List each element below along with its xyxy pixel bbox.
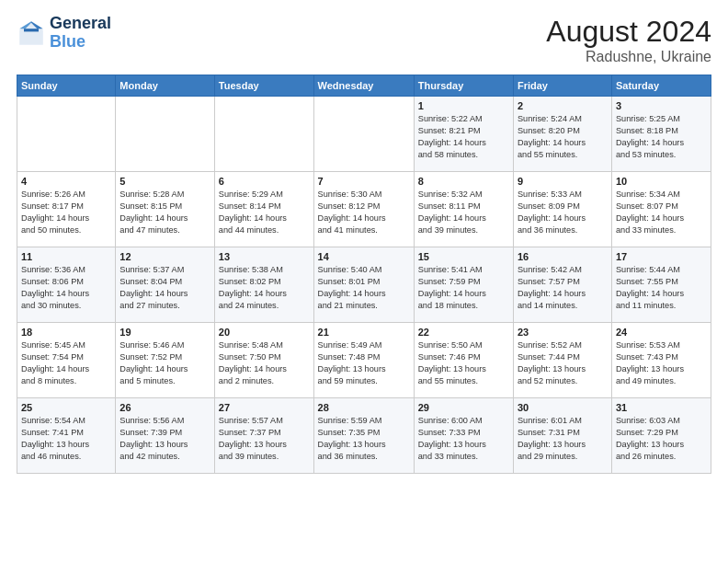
- day-number: 11: [21, 251, 111, 262]
- day-number: 25: [21, 402, 111, 413]
- day-info: Sunrise: 5:42 AM Sunset: 7:57 PM Dayligh…: [518, 264, 608, 312]
- day-info: Sunrise: 5:28 AM Sunset: 8:15 PM Dayligh…: [119, 189, 210, 236]
- calendar-week-row: 25Sunrise: 5:54 AM Sunset: 7:41 PM Dayli…: [17, 398, 711, 474]
- logo-text: General Blue: [50, 15, 111, 52]
- table-row: 6Sunrise: 5:29 AM Sunset: 8:14 PM Daylig…: [214, 172, 313, 247]
- table-row: 23Sunrise: 5:52 AM Sunset: 7:44 PM Dayli…: [513, 323, 611, 398]
- day-info: Sunrise: 6:01 AM Sunset: 7:31 PM Dayligh…: [518, 415, 608, 463]
- table-row: 9Sunrise: 5:33 AM Sunset: 8:09 PM Daylig…: [513, 172, 611, 247]
- logo-icon: [17, 18, 46, 48]
- day-info: Sunrise: 5:24 AM Sunset: 8:20 PM Dayligh…: [518, 113, 608, 161]
- day-info: Sunrise: 5:49 AM Sunset: 7:48 PM Dayligh…: [318, 339, 410, 387]
- calendar-week-row: 4Sunrise: 5:26 AM Sunset: 8:17 PM Daylig…: [17, 172, 711, 247]
- table-row: 22Sunrise: 5:50 AM Sunset: 7:46 PM Dayli…: [414, 323, 513, 398]
- table-row: 18Sunrise: 5:45 AM Sunset: 7:54 PM Dayli…: [17, 323, 116, 398]
- table-row: 3Sunrise: 5:25 AM Sunset: 8:18 PM Daylig…: [611, 97, 711, 172]
- svg-rect-3: [24, 29, 39, 31]
- day-number: 30: [518, 402, 608, 413]
- table-row: 1Sunrise: 5:22 AM Sunset: 8:21 PM Daylig…: [414, 97, 513, 172]
- day-number: 10: [616, 176, 707, 187]
- day-number: 15: [418, 251, 509, 262]
- day-number: 28: [318, 402, 410, 413]
- calendar-week-row: 11Sunrise: 5:36 AM Sunset: 8:06 PM Dayli…: [17, 247, 711, 323]
- day-number: 21: [318, 327, 410, 338]
- col-tuesday: Tuesday: [214, 75, 313, 97]
- table-row: 24Sunrise: 5:53 AM Sunset: 7:43 PM Dayli…: [611, 323, 711, 398]
- day-info: Sunrise: 5:54 AM Sunset: 7:41 PM Dayligh…: [21, 415, 111, 463]
- day-info: Sunrise: 5:46 AM Sunset: 7:52 PM Dayligh…: [119, 339, 210, 387]
- day-number: 7: [318, 176, 410, 187]
- table-row: 10Sunrise: 5:34 AM Sunset: 8:07 PM Dayli…: [611, 172, 711, 247]
- table-row: 31Sunrise: 6:03 AM Sunset: 7:29 PM Dayli…: [611, 398, 711, 474]
- day-number: 18: [21, 327, 111, 338]
- calendar-week-row: 1Sunrise: 5:22 AM Sunset: 8:21 PM Daylig…: [17, 97, 711, 172]
- day-number: 17: [616, 251, 707, 262]
- table-row: 12Sunrise: 5:37 AM Sunset: 8:04 PM Dayli…: [116, 247, 215, 323]
- day-number: 3: [616, 100, 707, 111]
- day-info: Sunrise: 5:59 AM Sunset: 7:35 PM Dayligh…: [318, 415, 410, 463]
- table-row: 2Sunrise: 5:24 AM Sunset: 8:20 PM Daylig…: [513, 97, 611, 172]
- table-row: 30Sunrise: 6:01 AM Sunset: 7:31 PM Dayli…: [513, 398, 611, 474]
- location: Radushne, Ukraine: [546, 49, 711, 65]
- day-info: Sunrise: 5:30 AM Sunset: 8:12 PM Dayligh…: [318, 189, 410, 236]
- day-info: Sunrise: 5:29 AM Sunset: 8:14 PM Dayligh…: [219, 189, 310, 236]
- day-number: 13: [219, 251, 310, 262]
- day-info: Sunrise: 5:48 AM Sunset: 7:50 PM Dayligh…: [219, 339, 310, 387]
- col-monday: Monday: [116, 75, 215, 97]
- day-info: Sunrise: 5:34 AM Sunset: 8:07 PM Dayligh…: [616, 189, 707, 236]
- day-info: Sunrise: 5:22 AM Sunset: 8:21 PM Dayligh…: [418, 113, 509, 161]
- logo: General Blue: [17, 15, 111, 52]
- day-info: Sunrise: 5:56 AM Sunset: 7:39 PM Dayligh…: [119, 415, 210, 463]
- table-row: 11Sunrise: 5:36 AM Sunset: 8:06 PM Dayli…: [17, 247, 116, 323]
- day-info: Sunrise: 5:41 AM Sunset: 7:59 PM Dayligh…: [418, 264, 509, 312]
- day-number: 22: [418, 327, 509, 338]
- day-info: Sunrise: 5:53 AM Sunset: 7:43 PM Dayligh…: [616, 339, 707, 387]
- table-row: 21Sunrise: 5:49 AM Sunset: 7:48 PM Dayli…: [313, 323, 414, 398]
- col-wednesday: Wednesday: [313, 75, 414, 97]
- day-info: Sunrise: 5:45 AM Sunset: 7:54 PM Dayligh…: [21, 339, 111, 387]
- col-saturday: Saturday: [611, 75, 711, 97]
- day-number: 16: [518, 251, 608, 262]
- table-row: 29Sunrise: 6:00 AM Sunset: 7:33 PM Dayli…: [414, 398, 513, 474]
- table-row: 27Sunrise: 5:57 AM Sunset: 7:37 PM Dayli…: [214, 398, 313, 474]
- day-info: Sunrise: 5:25 AM Sunset: 8:18 PM Dayligh…: [616, 113, 707, 161]
- col-friday: Friday: [513, 75, 611, 97]
- day-info: Sunrise: 5:33 AM Sunset: 8:09 PM Dayligh…: [518, 189, 608, 236]
- day-info: Sunrise: 5:50 AM Sunset: 7:46 PM Dayligh…: [418, 339, 509, 387]
- table-row: 5Sunrise: 5:28 AM Sunset: 8:15 PM Daylig…: [116, 172, 215, 247]
- calendar-week-row: 18Sunrise: 5:45 AM Sunset: 7:54 PM Dayli…: [17, 323, 711, 398]
- day-number: 12: [119, 251, 210, 262]
- table-row: [116, 97, 215, 172]
- table-row: 7Sunrise: 5:30 AM Sunset: 8:12 PM Daylig…: [313, 172, 414, 247]
- table-row: [214, 97, 313, 172]
- month-year: August 2024: [546, 15, 711, 49]
- table-row: [17, 97, 116, 172]
- title-block: August 2024 Radushne, Ukraine: [546, 15, 711, 65]
- day-number: 6: [219, 176, 310, 187]
- table-row: 25Sunrise: 5:54 AM Sunset: 7:41 PM Dayli…: [17, 398, 116, 474]
- day-info: Sunrise: 5:26 AM Sunset: 8:17 PM Dayligh…: [21, 189, 111, 236]
- day-number: 26: [119, 402, 210, 413]
- table-row: 8Sunrise: 5:32 AM Sunset: 8:11 PM Daylig…: [414, 172, 513, 247]
- day-number: 8: [418, 176, 509, 187]
- table-row: 17Sunrise: 5:44 AM Sunset: 7:55 PM Dayli…: [611, 247, 711, 323]
- day-info: Sunrise: 5:52 AM Sunset: 7:44 PM Dayligh…: [518, 339, 608, 387]
- table-row: 13Sunrise: 5:38 AM Sunset: 8:02 PM Dayli…: [214, 247, 313, 323]
- header: General Blue August 2024 Radushne, Ukrai…: [17, 15, 711, 65]
- day-number: 29: [418, 402, 509, 413]
- day-info: Sunrise: 5:38 AM Sunset: 8:02 PM Dayligh…: [219, 264, 310, 312]
- calendar: Sunday Monday Tuesday Wednesday Thursday…: [17, 75, 711, 474]
- day-number: 14: [318, 251, 410, 262]
- calendar-header-row: Sunday Monday Tuesday Wednesday Thursday…: [17, 75, 711, 97]
- day-number: 9: [518, 176, 608, 187]
- table-row: 19Sunrise: 5:46 AM Sunset: 7:52 PM Dayli…: [116, 323, 215, 398]
- day-number: 19: [119, 327, 210, 338]
- col-thursday: Thursday: [414, 75, 513, 97]
- day-number: 27: [219, 402, 310, 413]
- day-info: Sunrise: 5:40 AM Sunset: 8:01 PM Dayligh…: [318, 264, 410, 312]
- day-number: 20: [219, 327, 310, 338]
- day-info: Sunrise: 5:57 AM Sunset: 7:37 PM Dayligh…: [219, 415, 310, 463]
- table-row: [313, 97, 414, 172]
- day-info: Sunrise: 6:03 AM Sunset: 7:29 PM Dayligh…: [616, 415, 707, 463]
- day-number: 5: [119, 176, 210, 187]
